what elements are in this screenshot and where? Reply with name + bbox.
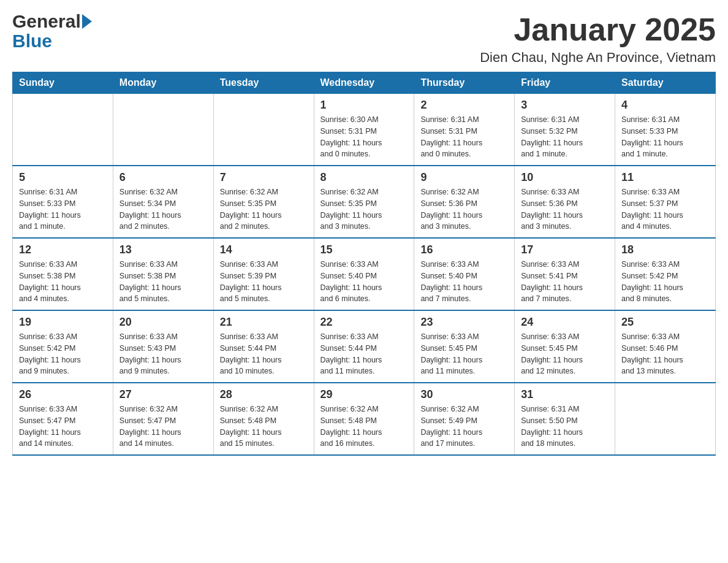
cell-day-info: Sunrise: 6:32 AMSunset: 5:36 PMDaylight:…: [420, 186, 508, 232]
calendar-week-4: 19Sunrise: 6:33 AMSunset: 5:42 PMDayligh…: [13, 310, 716, 383]
calendar-cell: [113, 94, 213, 166]
cell-day-number: 13: [119, 243, 207, 256]
calendar-table: Sunday Monday Tuesday Wednesday Thursday…: [12, 72, 716, 456]
cell-day-info: Sunrise: 6:32 AMSunset: 5:35 PMDaylight:…: [320, 186, 408, 232]
calendar-cell: 1Sunrise: 6:30 AMSunset: 5:31 PMDaylight…: [314, 94, 414, 166]
cell-day-number: 28: [220, 388, 308, 401]
cell-day-info: Sunrise: 6:33 AMSunset: 5:42 PMDaylight:…: [621, 259, 709, 305]
cell-day-info: Sunrise: 6:33 AMSunset: 5:42 PMDaylight:…: [19, 331, 107, 377]
calendar-cell: 11Sunrise: 6:33 AMSunset: 5:37 PMDayligh…: [615, 166, 716, 238]
calendar-cell: 26Sunrise: 6:33 AMSunset: 5:47 PMDayligh…: [13, 383, 113, 455]
cell-day-info: Sunrise: 6:33 AMSunset: 5:37 PMDaylight:…: [621, 186, 709, 232]
cell-day-info: Sunrise: 6:32 AMSunset: 5:34 PMDaylight:…: [119, 186, 207, 232]
calendar-cell: 19Sunrise: 6:33 AMSunset: 5:42 PMDayligh…: [13, 310, 113, 383]
cell-day-number: 16: [420, 243, 508, 256]
calendar-week-1: 1Sunrise: 6:30 AMSunset: 5:31 PMDaylight…: [13, 94, 716, 166]
calendar-cell: 23Sunrise: 6:33 AMSunset: 5:45 PMDayligh…: [414, 310, 515, 383]
cell-day-number: 6: [119, 171, 207, 184]
cell-day-info: Sunrise: 6:31 AMSunset: 5:33 PMDaylight:…: [19, 186, 107, 232]
page-header: General Blue January 2025 Dien Chau, Ngh…: [12, 12, 716, 66]
calendar-cell: 4Sunrise: 6:31 AMSunset: 5:33 PMDaylight…: [615, 94, 716, 166]
calendar-cell: [213, 94, 314, 166]
cell-day-number: 31: [521, 388, 609, 401]
calendar-cell: 21Sunrise: 6:33 AMSunset: 5:44 PMDayligh…: [213, 310, 314, 383]
cell-day-number: 14: [220, 243, 308, 256]
cell-day-number: 12: [19, 243, 107, 256]
calendar-cell: 28Sunrise: 6:32 AMSunset: 5:48 PMDayligh…: [213, 383, 314, 455]
cell-day-number: 30: [420, 388, 508, 401]
cell-day-number: 2: [420, 99, 508, 112]
calendar-cell: 20Sunrise: 6:33 AMSunset: 5:43 PMDayligh…: [113, 310, 213, 383]
calendar-cell: 31Sunrise: 6:31 AMSunset: 5:50 PMDayligh…: [515, 383, 615, 455]
cell-day-info: Sunrise: 6:32 AMSunset: 5:48 PMDaylight:…: [220, 404, 308, 450]
cell-day-number: 11: [621, 171, 709, 184]
cell-day-number: 9: [420, 171, 508, 184]
cell-day-number: 19: [19, 316, 107, 329]
col-friday: Friday: [515, 72, 615, 94]
calendar-cell: 14Sunrise: 6:33 AMSunset: 5:39 PMDayligh…: [213, 238, 314, 310]
calendar-cell: 27Sunrise: 6:32 AMSunset: 5:47 PMDayligh…: [113, 383, 213, 455]
col-thursday: Thursday: [414, 72, 515, 94]
calendar-week-3: 12Sunrise: 6:33 AMSunset: 5:38 PMDayligh…: [13, 238, 716, 310]
cell-day-number: 22: [320, 316, 408, 329]
cell-day-number: 26: [19, 388, 107, 401]
calendar-cell: 29Sunrise: 6:32 AMSunset: 5:48 PMDayligh…: [314, 383, 414, 455]
calendar-cell: 13Sunrise: 6:33 AMSunset: 5:38 PMDayligh…: [113, 238, 213, 310]
cell-day-info: Sunrise: 6:31 AMSunset: 5:32 PMDaylight:…: [521, 114, 609, 160]
cell-day-number: 21: [220, 316, 308, 329]
cell-day-info: Sunrise: 6:33 AMSunset: 5:44 PMDaylight:…: [320, 331, 408, 377]
cell-day-number: 23: [420, 316, 508, 329]
cell-day-number: 29: [320, 388, 408, 401]
col-wednesday: Wednesday: [314, 72, 414, 94]
calendar-cell: 9Sunrise: 6:32 AMSunset: 5:36 PMDaylight…: [414, 166, 515, 238]
calendar-cell: [13, 94, 113, 166]
calendar-week-5: 26Sunrise: 6:33 AMSunset: 5:47 PMDayligh…: [13, 383, 716, 455]
page-subtitle: Dien Chau, Nghe An Province, Vietnam: [480, 50, 716, 66]
cell-day-number: 27: [119, 388, 207, 401]
title-block: January 2025 Dien Chau, Nghe An Province…: [480, 12, 716, 66]
calendar-cell: 7Sunrise: 6:32 AMSunset: 5:35 PMDaylight…: [213, 166, 314, 238]
cell-day-number: 25: [621, 316, 709, 329]
cell-day-number: 15: [320, 243, 408, 256]
calendar-cell: 18Sunrise: 6:33 AMSunset: 5:42 PMDayligh…: [615, 238, 716, 310]
calendar-cell: 24Sunrise: 6:33 AMSunset: 5:45 PMDayligh…: [515, 310, 615, 383]
calendar-cell: 10Sunrise: 6:33 AMSunset: 5:36 PMDayligh…: [515, 166, 615, 238]
cell-day-info: Sunrise: 6:30 AMSunset: 5:31 PMDaylight:…: [320, 114, 408, 160]
logo-general-text: General: [12, 12, 81, 31]
cell-day-number: 5: [19, 171, 107, 184]
calendar-header-row: Sunday Monday Tuesday Wednesday Thursday…: [13, 72, 716, 94]
cell-day-info: Sunrise: 6:32 AMSunset: 5:49 PMDaylight:…: [420, 404, 508, 450]
cell-day-info: Sunrise: 6:33 AMSunset: 5:45 PMDaylight:…: [521, 331, 609, 377]
cell-day-number: 18: [621, 243, 709, 256]
cell-day-number: 20: [119, 316, 207, 329]
cell-day-number: 17: [521, 243, 609, 256]
calendar-cell: 25Sunrise: 6:33 AMSunset: 5:46 PMDayligh…: [615, 310, 716, 383]
cell-day-info: Sunrise: 6:31 AMSunset: 5:33 PMDaylight:…: [621, 114, 709, 160]
calendar-cell: 6Sunrise: 6:32 AMSunset: 5:34 PMDaylight…: [113, 166, 213, 238]
cell-day-info: Sunrise: 6:33 AMSunset: 5:45 PMDaylight:…: [420, 331, 508, 377]
col-monday: Monday: [113, 72, 213, 94]
cell-day-info: Sunrise: 6:33 AMSunset: 5:41 PMDaylight:…: [521, 259, 609, 305]
cell-day-number: 8: [320, 171, 408, 184]
logo: General Blue: [12, 12, 92, 52]
cell-day-number: 3: [521, 99, 609, 112]
cell-day-info: Sunrise: 6:32 AMSunset: 5:48 PMDaylight:…: [320, 404, 408, 450]
cell-day-info: Sunrise: 6:33 AMSunset: 5:44 PMDaylight:…: [220, 331, 308, 377]
calendar-cell: 30Sunrise: 6:32 AMSunset: 5:49 PMDayligh…: [414, 383, 515, 455]
calendar-cell: 17Sunrise: 6:33 AMSunset: 5:41 PMDayligh…: [515, 238, 615, 310]
cell-day-info: Sunrise: 6:32 AMSunset: 5:35 PMDaylight:…: [220, 186, 308, 232]
cell-day-info: Sunrise: 6:33 AMSunset: 5:36 PMDaylight:…: [521, 186, 609, 232]
col-sunday: Sunday: [13, 72, 113, 94]
cell-day-number: 7: [220, 171, 308, 184]
calendar-cell: 3Sunrise: 6:31 AMSunset: 5:32 PMDaylight…: [515, 94, 615, 166]
cell-day-info: Sunrise: 6:33 AMSunset: 5:38 PMDaylight:…: [19, 259, 107, 305]
cell-day-number: 1: [320, 99, 408, 112]
cell-day-info: Sunrise: 6:33 AMSunset: 5:43 PMDaylight:…: [119, 331, 207, 377]
page-title: January 2025: [480, 12, 716, 47]
calendar-cell: 15Sunrise: 6:33 AMSunset: 5:40 PMDayligh…: [314, 238, 414, 310]
calendar-cell: 22Sunrise: 6:33 AMSunset: 5:44 PMDayligh…: [314, 310, 414, 383]
cell-day-info: Sunrise: 6:33 AMSunset: 5:46 PMDaylight:…: [621, 331, 709, 377]
calendar-cell: 2Sunrise: 6:31 AMSunset: 5:31 PMDaylight…: [414, 94, 515, 166]
col-saturday: Saturday: [615, 72, 716, 94]
cell-day-info: Sunrise: 6:33 AMSunset: 5:39 PMDaylight:…: [220, 259, 308, 305]
